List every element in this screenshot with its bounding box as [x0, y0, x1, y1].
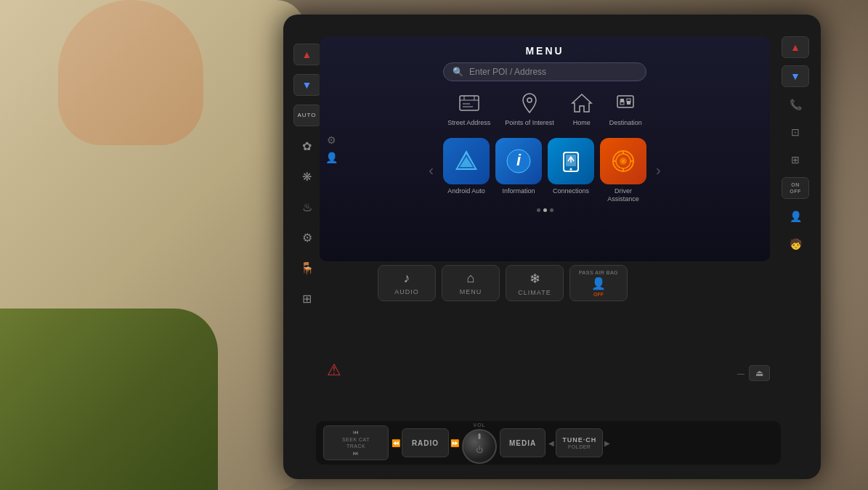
- poi-button[interactable]: Points of Interest: [505, 90, 554, 127]
- child-seat-icon[interactable]: 🧒: [784, 234, 807, 254]
- navigation-icons-row: Street Address Points of Interest: [330, 90, 759, 127]
- pagination-dots: [330, 208, 759, 212]
- tune-prev-arrow[interactable]: ◀: [548, 439, 554, 447]
- grid-icon[interactable]: ⊞: [784, 150, 807, 170]
- right-up-arrow[interactable]: ▲: [782, 36, 809, 58]
- person-icon[interactable]: 👤: [784, 206, 807, 226]
- screen-user-icon[interactable]: 👤: [325, 152, 338, 163]
- radio-button[interactable]: RADIO: [402, 428, 449, 457]
- menu-label: MENU: [460, 288, 482, 295]
- track-label: TRACK: [346, 444, 365, 449]
- poi-icon: [516, 90, 543, 116]
- screen-settings-icon[interactable]: ⚙: [327, 134, 336, 146]
- svg-rect-0: [460, 96, 479, 110]
- app-icons-section: ‹ Android Auto: [330, 138, 759, 203]
- information-label: Information: [502, 187, 535, 195]
- left-control-panel: ▲ ▼ AUTO ✿ ❋ ♨ ⚙ 🪑 ⊞: [291, 44, 323, 309]
- app-icons-row: Android Auto i Information: [443, 138, 646, 203]
- audio-button[interactable]: ♪ AUDIO: [378, 265, 436, 301]
- street-address-icon: [456, 90, 482, 116]
- right-down-arrow[interactable]: ▼: [782, 65, 809, 87]
- driver-assistance-label: DriverAssistance: [607, 187, 639, 203]
- power-icon: ⏻: [476, 446, 483, 454]
- svg-point-20: [570, 168, 572, 170]
- tune-next-arrow[interactable]: ▶: [604, 439, 610, 447]
- street-address-button[interactable]: Street Address: [447, 90, 490, 127]
- audio-icon: ♪: [404, 271, 410, 286]
- climate-icon: ❄: [530, 271, 540, 287]
- tune-label: TUNE·CH: [562, 436, 596, 444]
- settings-icon[interactable]: ⚙: [296, 226, 319, 248]
- fan2-icon[interactable]: ❋: [296, 166, 319, 187]
- seek-label: SEEK CAT: [342, 437, 370, 442]
- home-label: Home: [573, 119, 591, 127]
- information-app[interactable]: i Information: [495, 138, 542, 203]
- radio-label: RADIO: [412, 439, 439, 447]
- infotainment-screen: MENU 🔍 Enter POI / Address: [320, 36, 770, 261]
- android-auto-icon-box: [443, 138, 490, 184]
- svg-point-25: [622, 160, 625, 163]
- seek-prev-arrow[interactable]: ⏪: [392, 439, 400, 447]
- svg-rect-12: [627, 101, 630, 105]
- android-auto-app[interactable]: Android Auto: [443, 138, 490, 203]
- destination-icon: [612, 90, 638, 116]
- svg-point-6: [527, 98, 532, 102]
- screen-side-controls: ⚙ 👤: [325, 134, 338, 163]
- fan-icon[interactable]: ✿: [296, 135, 319, 157]
- eject-area: — ⏏: [737, 365, 770, 381]
- airbag-icon: 👤: [591, 277, 606, 290]
- connections-app[interactable]: Connections: [548, 138, 594, 203]
- on-off-button[interactable]: ON OFF: [782, 177, 809, 199]
- menu-button[interactable]: ⌂ MENU: [442, 265, 500, 301]
- phone-icon[interactable]: 📞: [784, 94, 807, 115]
- seek-next-icon: ⏭: [353, 450, 359, 457]
- seat2-icon[interactable]: ⊞: [296, 287, 319, 309]
- climate-label: CLIMATE: [518, 289, 551, 296]
- driver-assist-icon-box: [600, 138, 646, 184]
- climate-button[interactable]: ❄ CLIMATE: [506, 265, 564, 301]
- hand-area: [58, 0, 203, 145]
- seek-next-arrow[interactable]: ⏩: [450, 439, 459, 447]
- eject-dash: —: [737, 369, 745, 377]
- folder-label: FOLDER: [568, 444, 591, 449]
- screen-title: MENU: [330, 45, 759, 57]
- down-arrow-button[interactable]: ▼: [293, 74, 321, 96]
- svg-rect-8: [617, 96, 633, 107]
- screen-mirror-icon[interactable]: ⊡: [784, 122, 807, 142]
- right-control-panel: ▲ ▼ 📞 ⊡ ⊞ ON OFF 👤 🧒: [777, 36, 814, 254]
- next-apps-arrow[interactable]: ›: [652, 158, 665, 182]
- prev-apps-arrow[interactable]: ‹: [425, 158, 437, 182]
- warning-button[interactable]: ⚠: [316, 356, 352, 385]
- airbag-label: PASS AIR BAG: [579, 270, 618, 275]
- airbag-indicator: PASS AIR BAG 👤 OFF: [569, 265, 628, 301]
- warning-triangle-icon: ⚠: [327, 361, 341, 380]
- home-button[interactable]: Home: [569, 90, 595, 127]
- audio-label: AUDIO: [394, 288, 419, 295]
- tune-ch-folder-button[interactable]: TUNE·CH FOLDER: [556, 428, 603, 457]
- volume-knob[interactable]: ⏻: [462, 429, 497, 464]
- heat-seat-icon[interactable]: ♨: [296, 196, 319, 218]
- search-bar[interactable]: 🔍 Enter POI / Address: [443, 62, 646, 81]
- volume-knob-area: VOL ⏻: [462, 422, 497, 464]
- screen-content: MENU 🔍 Enter POI / Address: [320, 36, 770, 261]
- destination-button[interactable]: Destination: [609, 90, 642, 127]
- android-auto-label: Android Auto: [447, 187, 485, 195]
- airbag-status: OFF: [593, 292, 604, 297]
- street-address-label: Street Address: [447, 119, 490, 127]
- quick-buttons-area: ♪ AUDIO ⌂ MENU ❄ CLIMATE PASS AIR BAG 👤 …: [378, 265, 628, 301]
- driver-assistance-app[interactable]: DriverAssistance: [600, 138, 646, 203]
- connections-label: Connections: [553, 187, 589, 195]
- dot-1: [537, 208, 540, 212]
- destination-label: Destination: [609, 119, 642, 127]
- media-button[interactable]: MEDIA: [500, 428, 545, 457]
- auto-button[interactable]: AUTO: [293, 105, 321, 126]
- seek-cat-track-button[interactable]: ⏮ SEEK CAT TRACK ⏭: [323, 425, 389, 460]
- up-arrow-button[interactable]: ▲: [293, 44, 321, 65]
- eject-button[interactable]: ⏏: [749, 365, 770, 381]
- seek-prev-icon: ⏮: [353, 429, 359, 436]
- seat-icon[interactable]: 🪑: [296, 257, 319, 279]
- main-console: ▲ ▼ AUTO ✿ ❋ ♨ ⚙ 🪑 ⊞ MENU 🔍 Enter POI / …: [283, 15, 821, 479]
- poi-label: Points of Interest: [505, 119, 554, 127]
- media-label: MEDIA: [509, 439, 536, 447]
- vol-label: VOL: [473, 422, 485, 428]
